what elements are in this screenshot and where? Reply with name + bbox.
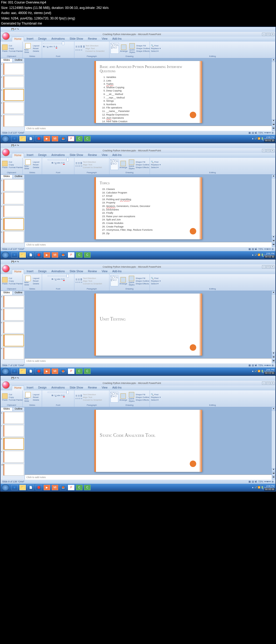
strike-button[interactable]: abc xyxy=(49,45,53,48)
delete-button[interactable]: Delete xyxy=(33,50,39,52)
outline-tab[interactable]: Outline xyxy=(13,58,25,63)
firefox-icon[interactable]: 🦊 xyxy=(60,136,66,141)
window-title-bar: Cracking Python Interview.pptx - Microso… xyxy=(1,32,275,37)
ribbon: Paste Cut Copy Format Painter Clipboard … xyxy=(1,42,275,58)
format-painter-button[interactable]: Format Painter xyxy=(9,50,23,52)
slides-pane: Slides Outline 1 2 3 4 5 xyxy=(1,58,25,131)
file-info-line5: Generated by Thumbnail me xyxy=(0,21,276,26)
maximize-button[interactable]: □ xyxy=(266,33,270,36)
powerpoint-window-4: 💾 ↶ ↷ Cracking Python Interview.pptx - M… xyxy=(0,376,276,492)
mi-icon[interactable]: MI xyxy=(52,136,58,141)
ie-icon[interactable]: e xyxy=(11,136,18,141)
file-info-line3: Audio: aac, 48000 Hz, stereo (und) xyxy=(0,11,276,16)
windows-taskbar: e 📁 📄 🔴 ▶ MI 🦊 P C C ▲ 🔊 📶 🔋 2:00 PM3/15… xyxy=(1,135,275,142)
video-timestamp: 00:01:20 xyxy=(264,139,275,142)
layout-button[interactable]: Layout xyxy=(33,45,39,47)
slide-canvas[interactable]: Basic and Advanced Python Programming In… xyxy=(94,61,202,123)
shape-outline-button[interactable]: Shape Outline xyxy=(136,47,150,50)
slide-counter: Slide 3 of 137 "Oriel" xyxy=(2,131,25,134)
font-color-button[interactable]: A xyxy=(56,45,57,48)
status-bar: Slide 3 of 137 "Oriel" ▦ ▤ 📽 72% ━━●━━ ⊕ xyxy=(1,131,275,135)
ribbon-tabs: Home Insert Design Animations Slide Show… xyxy=(1,37,275,42)
vertical-scrollbar[interactable]: ▲▼⏮⏭ xyxy=(272,58,275,131)
powerpoint-window-1: 💾 ↶ ↷ Cracking Python Interview.pptx - M… xyxy=(0,27,276,143)
align-text-button[interactable]: Align Text xyxy=(85,47,105,50)
file-info-line2: Size: 12124965 bytes (11.56 MiB), durati… xyxy=(0,5,276,11)
cut-button[interactable]: Cut xyxy=(9,45,23,47)
office-button[interactable] xyxy=(2,149,10,156)
slide-canvas[interactable]: Static Code Analyzer Tool xyxy=(94,410,202,472)
tab-view[interactable]: View xyxy=(99,37,110,42)
close-button[interactable]: × xyxy=(271,33,274,36)
tab-insert[interactable]: Insert xyxy=(25,37,36,42)
group-font: Font xyxy=(43,55,73,57)
camtasia2-icon[interactable]: C xyxy=(84,136,91,141)
bold-button[interactable]: B xyxy=(43,45,45,48)
chrome-icon[interactable]: 🔴 xyxy=(36,136,42,141)
start-button[interactable] xyxy=(2,135,9,142)
zoom-label: 72% xyxy=(258,131,263,134)
slide-title: Basic and Advanced Python Programming In… xyxy=(100,65,197,73)
tab-review[interactable]: Review xyxy=(86,37,99,42)
slide-section-title: Static Code Analyzer Tool xyxy=(100,414,197,438)
slide-canvas[interactable]: Topics ClassesCalculator ProgramEmailPic… xyxy=(94,177,202,239)
group-editing: Editing xyxy=(151,55,274,57)
explorer-icon[interactable]: 📁 xyxy=(19,136,26,141)
quick-styles-button[interactable]: Quick Styles xyxy=(129,43,136,54)
tab-slideshow[interactable]: Slide Show xyxy=(67,37,85,42)
shape-effects-button[interactable]: Shape Effects xyxy=(136,50,150,52)
tab-addins[interactable]: Add-Ins xyxy=(110,37,124,42)
slide-list: ClassesCalculator ProgramEmailPickling a… xyxy=(100,188,197,235)
powerpoint-icon[interactable]: P xyxy=(68,136,74,141)
notepad-icon[interactable]: 📄 xyxy=(27,136,34,141)
reset-button[interactable]: Reset xyxy=(33,47,39,50)
group-paragraph: Paragraph xyxy=(75,55,108,57)
copy-button[interactable]: Copy xyxy=(9,47,23,50)
slide-title: Topics xyxy=(100,181,197,185)
align-buttons[interactable]: ≡ ≡ ≡ ≡ xyxy=(75,49,85,51)
powerpoint-window-2: 💾 ↶ ↷ Cracking Python Interview.pptx - M… xyxy=(0,143,276,259)
find-button[interactable]: 🔍 Find xyxy=(151,45,161,47)
tab-design[interactable]: Design xyxy=(36,37,49,42)
font-family-box[interactable] xyxy=(43,43,62,44)
shadow-button[interactable]: S xyxy=(54,45,55,48)
notes-pane[interactable]: Click to add notes xyxy=(25,126,272,131)
slide-section-title: Unit Testing xyxy=(100,297,197,322)
underline-button[interactable]: U xyxy=(47,45,49,48)
group-drawing: Drawing xyxy=(111,55,149,57)
font-size-box[interactable] xyxy=(62,42,64,45)
view-buttons[interactable]: ▦ ▤ 📽 xyxy=(249,131,257,134)
quick-access-toolbar[interactable]: 💾 ↶ ↷ xyxy=(1,27,275,32)
thumbnails[interactable]: 1 2 3 4 5 xyxy=(1,63,25,131)
minimize-button[interactable]: – xyxy=(262,33,266,36)
camtasia-icon[interactable]: C xyxy=(76,136,82,141)
paste-button[interactable]: Paste xyxy=(2,44,8,53)
tab-home[interactable]: Home xyxy=(12,37,24,42)
italic-button[interactable]: I xyxy=(46,45,46,48)
new-slide-button[interactable]: New Slide xyxy=(24,43,32,54)
file-info-line1: File: 001 Course Overview.mp4 xyxy=(0,0,276,5)
quick-access-toolbar[interactable]: 💾 ↶ ↷ xyxy=(1,143,275,148)
arrange-button[interactable]: Arrange xyxy=(119,44,128,53)
group-clipboard: Clipboard xyxy=(2,55,21,57)
powerpoint-window-3: 💾 ↶ ↷ Cracking Python Interview.pptx - M… xyxy=(0,259,276,375)
group-slides: Slides xyxy=(24,55,41,57)
smartart-button[interactable]: Convert to SmartArt xyxy=(85,50,105,52)
text-direction-button[interactable]: Text Direction xyxy=(85,45,105,47)
slide-list: VariablesListsTuplesShallow CopyingDeep … xyxy=(100,76,197,123)
window-title: Cracking Python Interview.pptx - Microso… xyxy=(2,33,262,36)
slide-canvas[interactable]: Unit Testing xyxy=(94,294,202,356)
tab-animations[interactable]: Animations xyxy=(49,37,67,42)
replace-button[interactable]: Replace ▾ xyxy=(151,47,161,50)
select-button[interactable]: Select ▾ xyxy=(151,50,161,52)
file-info-line4: Video: h264, yuv420p, 1280x720, 30.00 fp… xyxy=(0,16,276,21)
shape-fill-button[interactable]: Shape Fill xyxy=(136,45,150,47)
shapes-gallery[interactable]: ╲◯□△{}↘⬡ xyxy=(111,43,119,54)
office-button[interactable] xyxy=(2,32,10,40)
play-icon[interactable]: ▶ xyxy=(44,136,50,141)
slides-tab[interactable]: Slides xyxy=(1,58,13,63)
